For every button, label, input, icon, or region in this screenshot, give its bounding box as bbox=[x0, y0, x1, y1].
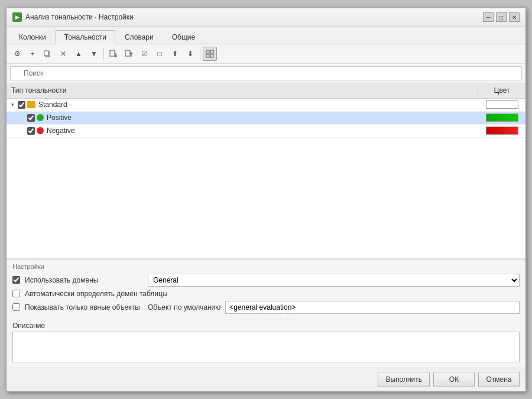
domains-dropdown[interactable]: General Finance Medicine Law bbox=[148, 274, 520, 287]
upload-btn[interactable]: ⬆ bbox=[168, 47, 182, 61]
window-title: Анализ тональности · Настройки bbox=[25, 13, 134, 21]
tab-columns[interactable]: Колонки bbox=[10, 30, 55, 44]
table-row[interactable]: ▾ Standard bbox=[7, 99, 525, 112]
check-btn[interactable]: ☑ bbox=[137, 47, 151, 61]
import-page-btn[interactable] bbox=[106, 47, 121, 61]
svg-rect-8 bbox=[206, 54, 209, 57]
execute-button[interactable]: Выполнить bbox=[378, 372, 430, 387]
table-row[interactable]: ▾ Positive bbox=[7, 112, 525, 125]
search-input[interactable] bbox=[10, 66, 522, 80]
svg-rect-9 bbox=[210, 54, 213, 57]
color-swatch-negative[interactable] bbox=[486, 126, 518, 135]
settings-row-domains: Использовать домены General Finance Medi… bbox=[12, 274, 520, 287]
use-domains-label: Использовать домены bbox=[25, 276, 143, 284]
tab-tonality[interactable]: Тональности bbox=[56, 30, 115, 44]
svg-rect-4 bbox=[125, 50, 130, 56]
up-btn[interactable]: ▲ bbox=[72, 47, 86, 61]
default-obj-label: Объект по умолчанию bbox=[148, 303, 220, 312]
default-obj-input[interactable] bbox=[225, 301, 520, 314]
tab-dictionaries[interactable]: Словари bbox=[116, 30, 163, 44]
maximize-button[interactable]: □ bbox=[496, 12, 507, 22]
row-color-positive bbox=[478, 112, 525, 123]
color-swatch-positive[interactable] bbox=[486, 113, 518, 122]
settings-btn[interactable]: ⚙ bbox=[10, 47, 24, 61]
checkbox-positive[interactable] bbox=[27, 114, 35, 122]
row-color-negative bbox=[478, 125, 525, 136]
tab-general[interactable]: Общие bbox=[163, 30, 204, 44]
copy-btn[interactable] bbox=[41, 47, 55, 61]
table-body: ▾ Standard ▾ Positive bbox=[7, 99, 525, 258]
toolbar-sep-2 bbox=[200, 48, 200, 60]
toolbar-sep-1 bbox=[103, 48, 104, 60]
cancel-button[interactable]: Отмена bbox=[478, 372, 520, 387]
svg-rect-1 bbox=[44, 51, 48, 56]
delete-btn[interactable]: ✕ bbox=[56, 47, 70, 61]
ok-button[interactable]: ОК bbox=[433, 372, 475, 387]
circle-red-icon bbox=[37, 127, 44, 134]
search-wrapper: 🔍 bbox=[10, 66, 522, 80]
table-container: Тип тональности Цвет ▾ Standard ▾ bbox=[7, 83, 525, 259]
table-row[interactable]: ▾ Negative bbox=[7, 125, 525, 138]
row-label-standard: Standard bbox=[38, 100, 67, 109]
show-explicit-label: Показывать только явные объекты bbox=[25, 303, 143, 312]
export-icon bbox=[125, 50, 133, 58]
minimize-button[interactable]: ─ bbox=[483, 12, 494, 22]
window-controls: ─ □ ✕ bbox=[483, 12, 520, 22]
grid-icon bbox=[206, 50, 214, 58]
download-btn[interactable]: ⬇ bbox=[183, 47, 197, 61]
svg-rect-6 bbox=[206, 50, 209, 53]
svg-rect-7 bbox=[210, 50, 213, 53]
title-bar-left: ▶ Анализ тональности · Настройки bbox=[12, 12, 134, 22]
folder-icon-standard bbox=[27, 101, 35, 108]
checkbox-negative[interactable] bbox=[27, 127, 35, 135]
close-button[interactable]: ✕ bbox=[509, 12, 520, 22]
table-header: Тип тональности Цвет bbox=[7, 83, 525, 99]
expand-icon-standard[interactable]: ▾ bbox=[9, 101, 16, 108]
main-window: ▶ Анализ тональности · Настройки ─ □ ✕ К… bbox=[6, 8, 526, 392]
settings-row-autodetect: Автоматически определять домен таблицы bbox=[12, 290, 520, 298]
import-icon bbox=[109, 50, 118, 58]
color-swatch-standard[interactable] bbox=[486, 100, 518, 109]
svg-rect-2 bbox=[110, 50, 115, 56]
row-label-positive: Positive bbox=[47, 113, 72, 122]
auto-detect-checkbox[interactable] bbox=[12, 290, 20, 297]
search-bar: 🔍 bbox=[7, 64, 525, 83]
auto-detect-label: Автоматически определять домен таблицы bbox=[25, 290, 167, 298]
use-domains-checkbox[interactable] bbox=[12, 276, 20, 284]
settings-row-explicit: Показывать только явные объекты Объект п… bbox=[12, 301, 520, 314]
description-label: Описание bbox=[12, 322, 520, 330]
settings-panel: Настройки Использовать домены General Fi… bbox=[7, 259, 525, 368]
show-explicit-checkbox[interactable] bbox=[12, 303, 20, 311]
rect-btn[interactable]: □ bbox=[153, 47, 167, 61]
title-bar: ▶ Анализ тональности · Настройки ─ □ ✕ bbox=[7, 8, 525, 27]
row-left-standard: ▾ Standard bbox=[7, 100, 478, 109]
export-page-btn[interactable] bbox=[122, 47, 136, 61]
add-btn[interactable]: + bbox=[25, 47, 40, 61]
row-label-negative: Negative bbox=[47, 126, 74, 135]
row-left-positive: ▾ Positive bbox=[7, 113, 478, 122]
col-type-header: Тип тональности bbox=[7, 84, 478, 97]
grid-btn[interactable] bbox=[203, 47, 217, 61]
row-left-negative: ▾ Negative bbox=[7, 126, 478, 135]
toolbar: ⚙ + ✕ ▲ ▼ ☑ □ ⬆ ⬇ bbox=[7, 44, 525, 64]
col-color-header: Цвет bbox=[478, 84, 525, 97]
checkbox-standard[interactable] bbox=[18, 101, 25, 109]
row-color-standard bbox=[478, 99, 525, 110]
tabs-bar: Колонки Тональности Словари Общие bbox=[7, 27, 525, 44]
app-icon: ▶ bbox=[12, 12, 22, 22]
copy-icon bbox=[44, 50, 51, 57]
footer: Выполнить ОК Отмена bbox=[7, 368, 525, 391]
settings-panel-title: Настройки bbox=[12, 263, 520, 270]
divider-dots: · · · · · · · · · · · · · · · · · · · · bbox=[12, 317, 520, 322]
circle-green-icon bbox=[37, 114, 44, 121]
down-btn[interactable]: ▼ bbox=[87, 47, 101, 61]
description-textarea[interactable] bbox=[12, 332, 520, 362]
